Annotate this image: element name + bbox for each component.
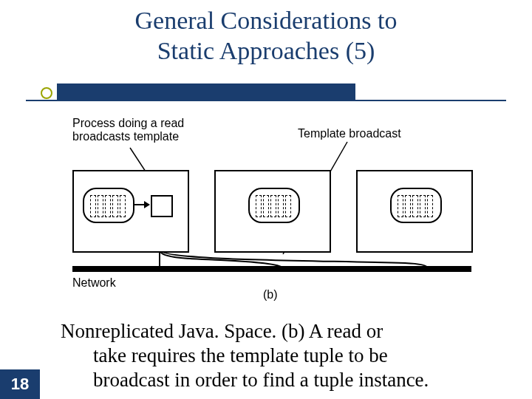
title-line-1: General Considerations to <box>134 7 397 34</box>
label-network: Network <box>72 276 116 290</box>
arrow-icon <box>133 204 149 205</box>
page-number: 18 <box>0 369 40 399</box>
caption-text: Nonreplicated Java. Space. (b) A read or… <box>61 319 504 392</box>
caption-line-2: take requires the template tuple to be <box>61 344 504 368</box>
host-box-2 <box>214 170 331 253</box>
network-bar <box>72 266 471 272</box>
title-line-2: Static Approaches (5) <box>157 37 375 64</box>
host-box-1 <box>72 170 189 253</box>
caption-line-1: Nonreplicated Java. Space. (b) A read or <box>61 320 383 342</box>
bullet-icon <box>41 87 52 99</box>
caption-line-3: broadcast in order to find a tuple insta… <box>61 368 504 392</box>
diagram: Process doing a read broadcasts template… <box>72 117 471 301</box>
tuple-store-3 <box>390 188 442 223</box>
tuple-store-1 <box>83 188 134 223</box>
subfigure-label: (b) <box>263 288 278 301</box>
host-box-3 <box>356 170 473 253</box>
slide-title: General Considerations to Static Approac… <box>0 6 532 66</box>
tuple-store-2 <box>248 188 300 223</box>
accent-bar <box>57 83 355 100</box>
accent-underline <box>26 100 506 101</box>
template-query-box <box>151 195 173 217</box>
slide: General Considerations to Static Approac… <box>0 0 532 399</box>
